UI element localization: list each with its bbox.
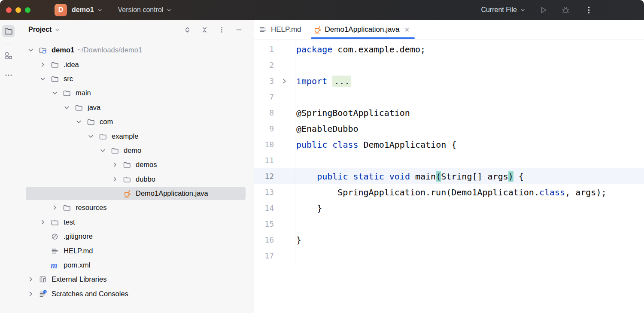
- code-token: ): [508, 171, 513, 182]
- code-token: }: [296, 203, 322, 213]
- tree-item[interactable]: src: [17, 72, 254, 86]
- tree-item[interactable]: main: [17, 86, 254, 100]
- code-line: 13 SpringApplication.run(Demo1Applicatio…: [254, 184, 644, 200]
- folder-icon: [87, 118, 100, 126]
- window-controls: [6, 7, 30, 13]
- tree-item[interactable]: example: [17, 129, 254, 143]
- chevron-down-icon[interactable]: [87, 133, 99, 140]
- code-token: void: [389, 171, 410, 182]
- folder-icon: [111, 146, 124, 155]
- project-tool-icon[interactable]: [2, 25, 15, 37]
- tree-item-label: .idea: [64, 61, 79, 69]
- run-configuration-label: Current File: [481, 6, 517, 14]
- run-icon[interactable]: [538, 4, 549, 15]
- code-text: [295, 216, 644, 232]
- editor-tab-bar: HELP.mdDemo1Application.java: [254, 20, 644, 40]
- folded-imports[interactable]: ...: [332, 76, 351, 87]
- fold-chevron-icon[interactable]: [274, 73, 295, 89]
- modules-icon[interactable]: [2, 49, 15, 62]
- tree-item[interactable]: demos: [17, 158, 254, 172]
- tree-item[interactable]: Scratches and Consoles: [17, 287, 254, 301]
- code-token: (: [436, 171, 441, 182]
- chevron-down-icon[interactable]: [39, 75, 51, 82]
- line-number: 9: [254, 121, 274, 137]
- tree-item[interactable]: HELP.md: [17, 243, 254, 258]
- chevron-right-icon[interactable]: [111, 161, 123, 168]
- tree-item[interactable]: test: [17, 215, 254, 229]
- project-tool-window: Project demo1~/Downloads/demo1.ideasrcma…: [17, 20, 254, 313]
- minimize-window-button[interactable]: [15, 7, 21, 13]
- divider: [4, 43, 13, 43]
- close-icon[interactable]: [404, 26, 410, 33]
- title-bar: D demo1 Version control Current File: [0, 0, 644, 20]
- project-selector[interactable]: D demo1: [55, 4, 103, 16]
- project-view-selector[interactable]: Project: [28, 26, 60, 33]
- folder-icon: [99, 132, 112, 140]
- version-control-label: Version control: [118, 6, 164, 14]
- tree-item[interactable]: resources: [17, 201, 254, 215]
- chevron-right-icon[interactable]: [27, 276, 39, 283]
- run-configuration-selector[interactable]: Current File: [481, 6, 526, 14]
- close-window-button[interactable]: [6, 7, 12, 13]
- tree-item[interactable]: mpom.xml: [17, 258, 254, 272]
- tree-item[interactable]: External Libraries: [17, 272, 254, 286]
- chevron-down-icon[interactable]: [99, 147, 111, 154]
- editor-tab[interactable]: Demo1Application.java: [308, 20, 418, 39]
- markdown-icon: [51, 247, 64, 255]
- chevron-right-icon[interactable]: [51, 204, 63, 211]
- code-token: }: [296, 235, 301, 245]
- options-icon[interactable]: [218, 26, 225, 33]
- tree-item[interactable]: dubbo: [17, 172, 254, 186]
- tab-label: HELP.md: [271, 25, 301, 34]
- chevron-right-icon[interactable]: [39, 219, 51, 226]
- tree-item-label: java: [88, 103, 100, 112]
- code-token: import: [296, 76, 327, 86]
- tree-item[interactable]: .idea: [17, 57, 254, 71]
- project-tree: demo1~/Downloads/demo1.ideasrcmainjavaco…: [17, 40, 254, 313]
- chevron-right-icon[interactable]: [39, 61, 51, 68]
- collapse-all-icon[interactable]: [201, 26, 208, 33]
- more-vertical-icon[interactable]: [583, 4, 594, 15]
- tree-item[interactable]: .gitignore: [17, 229, 254, 243]
- expand-all-icon[interactable]: [184, 26, 191, 33]
- debug-icon[interactable]: [560, 4, 571, 15]
- tree-item-label: com: [100, 118, 113, 126]
- line-number: 3: [254, 73, 274, 89]
- line-number: 2: [254, 57, 274, 73]
- chevron-right-icon[interactable]: [111, 176, 123, 183]
- code-text: }: [295, 232, 644, 248]
- code-text: SpringApplication.run(Demo1Application.c…: [295, 184, 644, 200]
- version-control-menu[interactable]: Version control: [118, 6, 172, 14]
- tree-item[interactable]: demo1~/Downloads/demo1: [17, 43, 254, 57]
- chevron-right-icon[interactable]: [27, 290, 39, 298]
- code-line: 8@SpringBootApplication: [254, 105, 644, 121]
- chevron-down-icon[interactable]: [51, 89, 63, 97]
- code-text: package com.example.demo;: [295, 41, 644, 57]
- tree-item[interactable]: demo: [17, 143, 254, 158]
- chevron-down-icon[interactable]: [63, 104, 75, 111]
- tree-item[interactable]: java: [17, 100, 254, 115]
- zoom-window-button[interactable]: [25, 7, 30, 13]
- tree-item[interactable]: Demo1Application.java: [17, 186, 254, 201]
- code-editor[interactable]: 1package com.example.demo;23import ...78…: [254, 40, 644, 313]
- gutter-spacer: [274, 57, 295, 73]
- code-text: }: [295, 200, 644, 216]
- folder-icon: [51, 75, 64, 83]
- editor-tab[interactable]: HELP.md: [254, 20, 308, 39]
- code-line: 14 }: [254, 200, 644, 216]
- code-text: @EnableDubbo: [295, 121, 644, 137]
- code-line: 16}: [254, 232, 644, 248]
- tool-window-strip: [0, 20, 17, 313]
- code-text: public class Demo1Application {: [295, 137, 644, 152]
- more-horizontal-icon[interactable]: [2, 69, 15, 81]
- gutter-spacer: [274, 121, 295, 137]
- hide-icon[interactable]: [235, 26, 243, 33]
- chevron-down-icon[interactable]: [75, 118, 87, 125]
- code-token: , args);: [565, 187, 606, 198]
- code-line: 2: [254, 57, 644, 73]
- code-line: 3import ...: [254, 73, 644, 89]
- chevron-down-icon[interactable]: [27, 46, 39, 54]
- code-token: @EnableDubbo: [296, 124, 358, 134]
- java-class-icon: [313, 25, 325, 34]
- tree-item[interactable]: com: [17, 115, 254, 129]
